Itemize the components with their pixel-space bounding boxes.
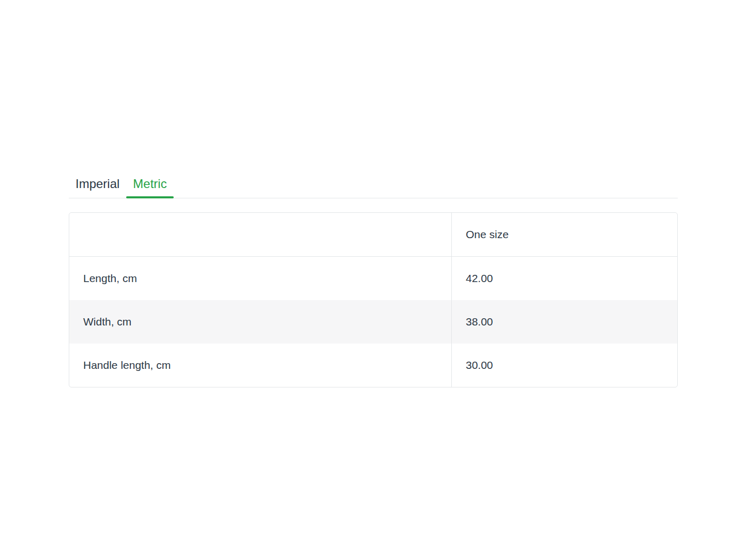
row-label-length: Length, cm [69,257,452,300]
size-chart-widget: Imperial Metric One size Length, cm 42.0… [69,170,678,387]
tab-metric-label: Metric [133,177,166,191]
tab-imperial[interactable]: Imperial [69,170,126,198]
tab-metric[interactable]: Metric [126,170,173,198]
header-empty-cell [69,213,452,256]
table-row: Handle length, cm 30.00 [69,344,677,387]
row-value-handle-length: 30.00 [452,344,677,387]
row-value-width: 38.00 [452,300,677,344]
tab-imperial-label: Imperial [75,177,119,191]
row-label-width: Width, cm [69,300,452,344]
table-row: Width, cm 38.00 [69,300,677,344]
unit-tabs: Imperial Metric [69,170,678,198]
table-header-row: One size [69,213,677,257]
row-label-handle-length: Handle length, cm [69,344,452,387]
header-one-size-cell: One size [452,213,677,256]
table-row: Length, cm 42.00 [69,257,677,300]
row-value-length: 42.00 [452,257,677,300]
size-table: One size Length, cm 42.00 Width, cm 38.0… [69,212,678,387]
